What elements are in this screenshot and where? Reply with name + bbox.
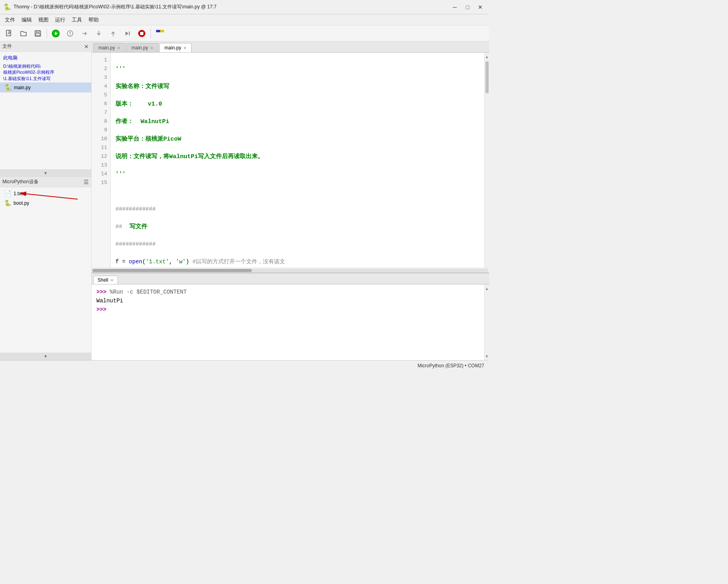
line-num-10: 10 — [92, 135, 110, 143]
shell-output: WalnutPi — [96, 298, 123, 304]
code-line-9: ############ — [115, 205, 479, 214]
tab-0[interactable]: main.py ✕ — [93, 43, 125, 52]
svg-rect-17 — [156, 30, 160, 32]
file-main-py[interactable]: 🐍 main.py — [0, 82, 91, 92]
py-file-icon: 🐍 — [4, 84, 12, 91]
micropython-panel-icons: ☰ — [84, 179, 89, 185]
code-line-12: f = open('1.txt', 'w') #以写的方式打开一个文件，没有该文 — [115, 257, 479, 266]
shell-tab[interactable]: Shell ✕ — [93, 276, 118, 284]
save-button[interactable] — [31, 27, 45, 40]
code-content[interactable]: ''' 实验名称：文件读写 版本： v1.0 作者： WalnutPi 实验平台… — [111, 53, 484, 268]
line-num-3: 3 — [92, 73, 110, 82]
editor-scrollbar[interactable]: ▲ — [484, 53, 489, 268]
shell-scrollbar-up[interactable]: ▲ — [485, 284, 489, 292]
shell-line-1: >>> %Run -c $EDITOR_CONTENT — [96, 288, 479, 296]
menu-file[interactable]: 文件 — [2, 15, 18, 25]
app-icon: 🐍 — [3, 3, 11, 11]
line-num-11: 11 — [92, 143, 110, 152]
shell-tab-bar: Shell ✕ — [92, 273, 489, 284]
line-num-14: 14 — [92, 170, 110, 178]
code-line-7: ''' — [115, 170, 479, 178]
debug-button[interactable] — [63, 27, 77, 40]
code-line-4: 作者： WalnutPi — [115, 117, 479, 126]
menu-bar: 文件 编辑 视图 运行 工具 帮助 — [0, 14, 489, 25]
minimize-button[interactable]: ─ — [449, 3, 460, 12]
annotation-arrow — [0, 187, 91, 353]
shell-scrollbar[interactable]: ▲ ▼ — [484, 284, 489, 360]
window-controls: ─ □ ✕ — [449, 3, 486, 12]
title-bar: 🐍 Thonny - D:\核桃派例程代码\核桃派PicoW\02-示例程序\1… — [0, 0, 489, 14]
run-button[interactable] — [49, 27, 63, 40]
boot-py-file-icon: 🐍 — [4, 200, 12, 207]
title-bar-content: 🐍 Thonny - D:\核桃派例程代码\核桃派PicoW\02-示例程序\1… — [3, 3, 217, 11]
micropython-panel-title: MicroPython设备 — [2, 178, 39, 185]
menu-tools[interactable]: 工具 — [68, 15, 85, 25]
file-1-txt[interactable]: 📄 1.txt — [0, 189, 91, 198]
tab-2-close[interactable]: ✕ — [183, 46, 186, 50]
h-scrollbar[interactable] — [92, 268, 489, 272]
this-pc-link[interactable]: 此电脑 — [0, 53, 91, 63]
code-line-8 — [115, 187, 479, 196]
code-line-6: 说明：文件读写，将WalnutPi写入文件后再读取出来。 — [115, 152, 479, 161]
tab-1-label: main.py — [131, 45, 148, 51]
shell-scrollbar-down[interactable]: ▼ — [485, 352, 489, 360]
code-line-1: ''' — [115, 65, 479, 73]
line-num-1: 1 — [92, 56, 110, 65]
code-line-5: 实验平台：核桃派PicoW — [115, 135, 479, 143]
line-num-12: 12 — [92, 152, 110, 161]
shell-content[interactable]: >>> %Run -c $EDITOR_CONTENT WalnutPi >>> — [92, 284, 484, 360]
line-num-13: 13 — [92, 161, 110, 170]
svg-rect-16 — [140, 32, 143, 35]
tab-1-close[interactable]: ✕ — [150, 46, 153, 50]
shell-tab-close[interactable]: ✕ — [110, 278, 114, 282]
separator-1 — [47, 29, 47, 38]
step-into-button[interactable] — [92, 27, 106, 40]
menu-help[interactable]: 帮助 — [85, 15, 102, 25]
shell-prompt-1: >>> — [96, 289, 106, 295]
line-num-8: 8 — [92, 117, 110, 126]
shell-tab-label: Shell — [98, 277, 108, 283]
scrollbar-up-arrow[interactable]: ▲ — [485, 53, 489, 61]
close-button[interactable]: ✕ — [475, 3, 486, 12]
path-link[interactable]: D:\核桃派例程代码\核桃派PicoW\02-示例程序\1.基础实验\11.文件… — [0, 63, 91, 82]
shell-area: Shell ✕ >>> %Run -c $EDITOR_CONTENT Waln… — [92, 272, 489, 360]
line-num-4: 4 — [92, 82, 110, 91]
tab-2[interactable]: main.py ✕ — [159, 43, 192, 52]
line-num-9: 9 — [92, 126, 110, 135]
main-area: 文件 ✕ 此电脑 D:\核桃派例程代码\核桃派PicoW\02-示例程序\1.基… — [0, 41, 489, 360]
files-panel: 文件 ✕ 此电脑 D:\核桃派例程代码\核桃派PicoW\02-示例程序\1.基… — [0, 41, 91, 177]
open-button[interactable] — [17, 27, 30, 40]
file-boot-py-label: boot.py — [14, 200, 29, 206]
scroll-down-arrow[interactable]: ▼ — [0, 169, 91, 176]
step-out-button[interactable] — [106, 27, 120, 40]
stop-button[interactable] — [135, 27, 149, 40]
micropython-menu-icon[interactable]: ☰ — [84, 179, 89, 185]
resume-button[interactable] — [121, 27, 134, 40]
status-text: MicroPython (ESP32) • COM27 — [417, 363, 484, 368]
code-editor[interactable]: 1 2 3 4 5 6 7 8 9 10 11 12 13 14 — [92, 53, 484, 268]
code-line-11: ############ — [115, 240, 479, 249]
micropython-panel: MicroPython设备 ☰ 📄 1.txt 🐍 boot.py — [0, 177, 91, 360]
shell-prompt-2: >>> — [96, 306, 106, 313]
new-button[interactable] — [2, 27, 16, 40]
svg-point-10 — [70, 34, 70, 35]
file-boot-py[interactable]: 🐍 boot.py — [0, 198, 91, 208]
tab-1[interactable]: main.py ✕ — [126, 43, 159, 52]
flag-button[interactable] — [153, 27, 166, 40]
menu-view[interactable]: 视图 — [35, 15, 52, 25]
line-num-6: 6 — [92, 100, 110, 108]
h-scrollbar-thumb[interactable] — [92, 269, 252, 272]
line-numbers: 1 2 3 4 5 6 7 8 9 10 11 12 13 14 — [92, 53, 111, 268]
files-close-icon[interactable]: ✕ — [84, 43, 89, 50]
line-num-7: 7 — [92, 108, 110, 117]
scroll-down-arrow-2[interactable]: ▼ — [0, 353, 91, 360]
menu-run[interactable]: 运行 — [52, 15, 68, 25]
maximize-button[interactable]: □ — [462, 3, 473, 12]
line-num-5: 5 — [92, 91, 110, 100]
scrollbar-thumb[interactable] — [485, 61, 489, 93]
code-line-10: ## 写文件 — [115, 222, 479, 231]
status-bar: MicroPython (ESP32) • COM27 — [0, 360, 489, 370]
step-over-button[interactable] — [78, 27, 91, 40]
tab-0-close[interactable]: ✕ — [117, 46, 120, 50]
menu-edit[interactable]: 编辑 — [18, 15, 35, 25]
